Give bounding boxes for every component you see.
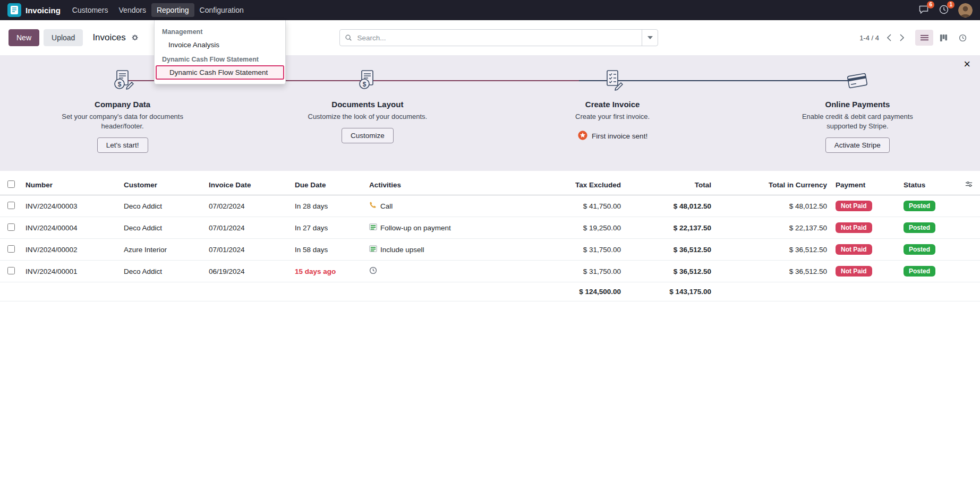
company-data-document-icon: $ (110, 68, 135, 93)
cell-tax-excluded: $ 19,250.00 (538, 217, 625, 239)
cell-due-date: In 27 days (291, 217, 365, 239)
main-menu: Customers Vendors Reporting Configuratio… (67, 0, 249, 20)
activity-cell[interactable]: Include upsell (369, 245, 533, 254)
column-header-invoice-date[interactable]: Invoice Date (204, 175, 291, 195)
status-badge: Posted (904, 201, 935, 211)
adjust-columns-icon[interactable] (965, 182, 973, 189)
clock-icon (939, 8, 949, 16)
messages-button[interactable]: 6 (918, 4, 930, 16)
documents-layout-icon: $ (355, 68, 380, 93)
list-view-button[interactable] (915, 30, 933, 46)
user-avatar[interactable] (958, 3, 973, 18)
pager: 1-4 / 4 (859, 30, 972, 46)
upload-button[interactable]: Upload (44, 29, 83, 46)
top-navbar: Invoicing Customers Vendors Reporting Co… (0, 0, 980, 20)
activities-button[interactable]: 1 (938, 4, 950, 16)
activity-view-button[interactable] (953, 30, 972, 46)
cell-total: $ 36,512.50 (625, 261, 715, 282)
svg-text:$: $ (117, 81, 121, 88)
search-dropdown-toggle[interactable] (642, 30, 658, 46)
kanban-view-button[interactable] (934, 30, 952, 46)
activity-label: Call (380, 202, 393, 210)
column-header-total-in-currency[interactable]: Total in Currency (715, 175, 831, 195)
step-description: Set your company's data for documents he… (54, 112, 192, 131)
table-row[interactable]: INV/2024/00004 Deco Addict 07/01/2024 In… (0, 217, 980, 239)
column-header-activities[interactable]: Activities (365, 175, 538, 195)
table-row[interactable]: INV/2024/00002 Azure Interior 07/01/2024… (0, 239, 980, 261)
menu-item-dynamic-cash-flow-statement[interactable]: Dynamic Cash Flow Statement (156, 65, 284, 80)
cell-number: INV/2024/00001 (21, 261, 120, 282)
column-header-total[interactable]: Total (625, 175, 715, 195)
cell-total-in-currency: $ 22,137.50 (715, 217, 831, 239)
new-button[interactable]: New (8, 29, 39, 46)
menu-configuration[interactable]: Configuration (194, 3, 249, 17)
create-invoice-icon (600, 68, 625, 93)
payment-status-badge: Not Paid (836, 266, 872, 277)
cell-total-in-currency: $ 48,012.50 (715, 195, 831, 217)
cell-customer: Azure Interior (120, 239, 204, 261)
activity-label: Include upsell (380, 246, 424, 254)
pager-text: 1-4 / 4 (859, 34, 879, 42)
lets-start-button[interactable]: Let's start! (97, 137, 148, 153)
column-header-number[interactable]: Number (21, 175, 120, 195)
column-header-customer[interactable]: Customer (120, 175, 204, 195)
step-description: Create your first invoice. (575, 112, 650, 122)
cell-due-date-overdue: 15 days ago (291, 261, 365, 282)
pager-previous-button[interactable] (883, 32, 895, 44)
gear-icon[interactable] (131, 34, 139, 41)
step-title: Online Payments (825, 100, 890, 109)
invoice-list-view: Number Customer Invoice Date Due Date Ac… (0, 175, 980, 301)
cell-invoice-date: 07/01/2024 (204, 239, 291, 261)
app-name[interactable]: Invoicing (25, 6, 61, 15)
activity-cell[interactable]: Call (369, 201, 533, 211)
cell-due-date: In 28 days (291, 195, 365, 217)
row-checkbox[interactable] (7, 223, 15, 231)
step-description: Enable credit & debit card payments supp… (788, 112, 926, 131)
phone-icon (369, 201, 377, 211)
menu-vendors[interactable]: Vendors (114, 3, 151, 17)
cell-total-in-currency: $ 36,512.50 (715, 239, 831, 261)
select-all-checkbox[interactable] (7, 180, 15, 188)
pager-next-button[interactable] (896, 32, 908, 44)
search-icon (345, 34, 352, 41)
cell-customer: Deco Addict (120, 261, 204, 282)
navbar-systray: 6 1 (918, 3, 973, 18)
onboarding-step-create-invoice: Create Invoice Create your first invoice… (490, 68, 735, 171)
invoicing-app-icon[interactable] (7, 3, 21, 17)
menu-customers[interactable]: Customers (67, 3, 114, 17)
activity-label: Follow-up on payment (380, 224, 451, 232)
list-icon (369, 245, 377, 254)
activity-cell[interactable] (369, 266, 533, 276)
svg-text:$: $ (363, 81, 367, 88)
payment-status-badge: Not Paid (836, 222, 872, 233)
messages-count-badge: 6 (927, 1, 934, 8)
cell-total: $ 22,137.50 (625, 217, 715, 239)
totals-row: $ 124,500.00 $ 143,175.00 (0, 282, 980, 301)
column-header-status[interactable]: Status (899, 175, 959, 195)
column-header-due-date[interactable]: Due Date (291, 175, 365, 195)
cell-due-date: In 58 days (291, 239, 365, 261)
row-checkbox[interactable] (7, 267, 15, 274)
star-medal-icon (577, 130, 588, 142)
search-bar (339, 29, 658, 46)
cell-number: INV/2024/00002 (21, 239, 120, 261)
close-icon[interactable]: × (964, 58, 970, 70)
control-panel: New Upload Invoices 1-4 / 4 (0, 20, 980, 55)
cell-total: $ 36,512.50 (625, 239, 715, 261)
step-done-indicator: First invoice sent! (577, 130, 647, 142)
activate-stripe-button[interactable]: Activate Stripe (825, 137, 890, 153)
onboarding-banner: × $ Company Data Set your company's data… (0, 55, 980, 171)
search-input[interactable] (357, 34, 642, 42)
table-row[interactable]: INV/2024/00003 Deco Addict 07/02/2024 In… (0, 195, 980, 217)
activity-cell[interactable]: Follow-up on payment (369, 223, 533, 232)
row-checkbox[interactable] (7, 245, 15, 253)
row-checkbox[interactable] (7, 202, 15, 209)
menu-reporting[interactable]: Reporting (151, 3, 194, 17)
menu-item-invoice-analysis[interactable]: Invoice Analysis (155, 38, 285, 52)
cell-total: $ 48,012.50 (625, 195, 715, 217)
table-row[interactable]: INV/2024/00001 Deco Addict 06/19/2024 15… (0, 261, 980, 282)
table-header-row: Number Customer Invoice Date Due Date Ac… (0, 175, 980, 195)
column-header-payment[interactable]: Payment (831, 175, 899, 195)
customize-button[interactable]: Customize (342, 128, 394, 143)
column-header-tax-excluded[interactable]: Tax Excluded (538, 175, 625, 195)
